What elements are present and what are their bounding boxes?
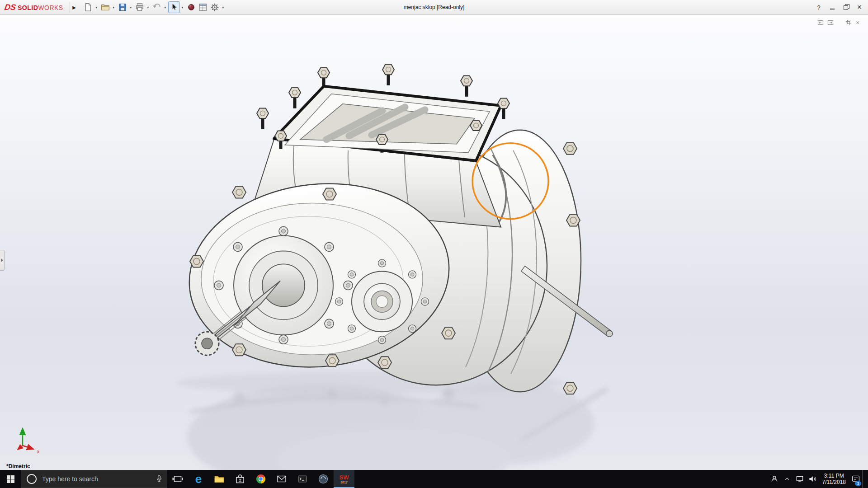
view-orientation-label: *Dimetric xyxy=(6,463,30,469)
taskbar-search[interactable] xyxy=(21,470,167,488)
x-axis-arrow xyxy=(23,446,33,449)
notification-badge: 3 xyxy=(855,481,861,486)
taskbar-edge-button[interactable]: e xyxy=(188,470,209,488)
quick-access-toolbar: ▾ ▾ ▾ ▾ xyxy=(82,1,226,13)
appearance-sphere-icon xyxy=(186,2,196,12)
microphone-button[interactable] xyxy=(151,470,167,488)
task-view-icon xyxy=(172,474,183,484)
doc-close-icon: × xyxy=(856,19,859,26)
cortana-icon xyxy=(27,474,37,484)
appearance-button[interactable] xyxy=(185,1,197,13)
properties-table-icon xyxy=(198,2,208,12)
chevron-down-icon: ▾ xyxy=(222,5,224,9)
orientation-triad[interactable]: x xyxy=(10,422,42,455)
chevron-down-icon: ▾ xyxy=(95,5,97,9)
close-icon: × xyxy=(857,3,862,12)
taskbar-mail-button[interactable] xyxy=(271,470,292,488)
chevron-up-icon xyxy=(783,475,791,483)
featuremanager-expand-button[interactable] xyxy=(826,19,835,27)
print-dropdown[interactable]: ▾ xyxy=(146,1,151,13)
chevron-down-icon: ▾ xyxy=(147,5,149,9)
flyout-arrow-icon: ▶ xyxy=(72,5,76,10)
clock-time: 3:11 PM xyxy=(822,473,846,479)
restore-icon xyxy=(844,5,848,10)
save-button[interactable] xyxy=(117,1,128,13)
featuremanager-collapse-handle[interactable] xyxy=(0,250,5,271)
close-button[interactable]: × xyxy=(853,1,866,13)
new-document-button[interactable] xyxy=(82,1,94,13)
doc-close-button[interactable]: × xyxy=(853,19,863,27)
doc-restore-icon xyxy=(846,21,850,25)
show-desktop-button[interactable] xyxy=(862,470,868,488)
edge-icon: e xyxy=(195,473,202,485)
options-button[interactable] xyxy=(209,1,221,13)
minimize-button[interactable] xyxy=(826,1,839,13)
model-reflection xyxy=(187,382,606,470)
chrome-icon xyxy=(255,474,266,484)
start-button[interactable] xyxy=(0,470,21,488)
undo-dropdown[interactable]: ▾ xyxy=(163,1,168,13)
gearbox-model xyxy=(0,15,868,470)
taskbar-file-explorer-button[interactable] xyxy=(209,470,230,488)
print-button[interactable] xyxy=(134,1,146,13)
window-controls: ? × xyxy=(812,0,866,14)
app-icon xyxy=(318,474,329,484)
x-axis-label: x xyxy=(37,449,39,454)
new-document-dropdown[interactable]: ▾ xyxy=(94,1,99,13)
restore-button[interactable] xyxy=(839,1,853,13)
people-button[interactable] xyxy=(768,470,781,488)
display-pane-expand-button[interactable] xyxy=(816,19,826,27)
save-dropdown[interactable]: ▾ xyxy=(128,1,133,13)
undo-arrow-icon xyxy=(152,2,162,12)
logo-solid-text: SOLID xyxy=(18,4,38,11)
action-center-button[interactable]: 3 xyxy=(849,470,862,488)
solidworks-app-icon: SW 2017 xyxy=(340,474,349,484)
menu-flyout-button[interactable]: ▶ xyxy=(70,2,79,13)
taskbar-clock[interactable]: 3:11 PM 7/11/2018 xyxy=(819,470,850,488)
chevron-down-icon: ▾ xyxy=(113,5,114,9)
print-icon xyxy=(135,2,145,12)
system-tray: 3:11 PM 7/11/2018 3 xyxy=(768,470,868,488)
taskbar-solidworks-button[interactable]: SW 2017 xyxy=(334,470,354,488)
solidworks-logo: DSSOLIDWORKS xyxy=(5,3,63,12)
featuremanager-expand-icon xyxy=(827,19,834,26)
titlebar: DSSOLIDWORKS ▶ ▾ ▾ ▾ xyxy=(0,0,868,15)
save-floppy-icon xyxy=(118,2,127,12)
network-button[interactable] xyxy=(793,470,806,488)
chevron-down-icon: ▾ xyxy=(164,5,166,9)
volume-button[interactable] xyxy=(806,470,819,488)
people-icon xyxy=(770,474,779,483)
windows-logo-icon xyxy=(7,475,14,483)
minimize-icon xyxy=(830,9,835,9)
tray-overflow-button[interactable] xyxy=(781,470,793,488)
taskbar-terminal-button[interactable] xyxy=(292,470,313,488)
chevron-down-icon: ▾ xyxy=(130,5,132,9)
network-icon xyxy=(795,474,804,483)
logo-works-text: WORKS xyxy=(38,4,63,11)
taskbar-chrome-button[interactable] xyxy=(250,470,271,488)
select-tool-button[interactable] xyxy=(168,1,180,13)
new-document-icon xyxy=(83,2,93,12)
taskbar-store-button[interactable] xyxy=(230,470,250,488)
search-input[interactable] xyxy=(41,475,151,483)
taskbar-app-button[interactable] xyxy=(313,470,334,488)
mail-envelope-icon xyxy=(276,474,287,484)
taskbar: e xyxy=(0,470,868,488)
file-properties-button[interactable] xyxy=(197,1,209,13)
open-button[interactable] xyxy=(99,1,111,13)
microphone-icon xyxy=(155,474,163,484)
help-button[interactable]: ? xyxy=(812,1,826,13)
help-icon: ? xyxy=(817,4,820,11)
z-axis-arrow xyxy=(18,446,23,450)
undo-button[interactable] xyxy=(151,1,163,13)
clock-date: 7/11/2018 xyxy=(822,479,846,485)
task-view-button[interactable] xyxy=(167,470,188,488)
file-explorer-icon xyxy=(214,474,225,484)
options-dropdown[interactable]: ▾ xyxy=(221,1,226,13)
graphics-area[interactable]: × x *Dimetric xyxy=(0,15,868,470)
doc-restore-button[interactable] xyxy=(843,19,853,27)
select-tool-dropdown[interactable]: ▾ xyxy=(180,1,185,13)
chevron-down-icon: ▾ xyxy=(181,5,183,9)
gear-icon xyxy=(210,2,220,12)
open-dropdown[interactable]: ▾ xyxy=(111,1,116,13)
